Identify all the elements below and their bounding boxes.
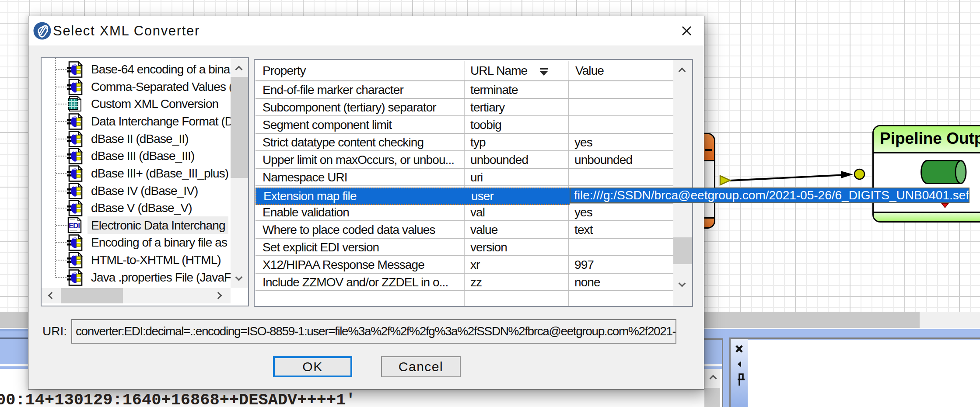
svg-text:EDI: EDI <box>69 222 80 230</box>
